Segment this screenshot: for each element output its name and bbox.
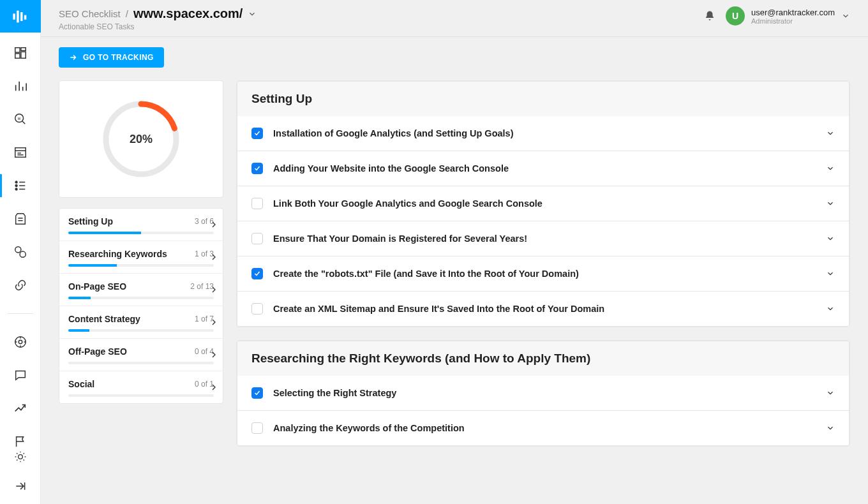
- svg-text:w: w: [17, 116, 20, 121]
- flag-icon[interactable]: [13, 434, 28, 449]
- task-title: Ensure That Your Domain is Registered fo…: [273, 233, 816, 244]
- task-row[interactable]: Selecting the Right Strategy: [237, 376, 849, 411]
- category-item[interactable]: On-Page SEO2 of 13: [59, 273, 223, 306]
- svg-rect-3: [24, 15, 26, 19]
- task-row[interactable]: Analyzing the Keywords of the Competitio…: [237, 411, 849, 446]
- rail-separator: [8, 313, 33, 314]
- dashboard-icon[interactable]: [13, 45, 28, 61]
- app-logo[interactable]: [0, 0, 41, 33]
- svg-point-17: [19, 340, 22, 344]
- category-item[interactable]: Off-Page SEO0 of 4: [59, 338, 223, 371]
- category-item[interactable]: Setting Up3 of 6: [59, 209, 223, 241]
- task-title: Installation of Google Analytics (and Se…: [273, 128, 816, 138]
- chevron-right-icon: [209, 350, 219, 360]
- chevron-down-icon: [826, 129, 835, 138]
- category-progress-bar: [68, 297, 214, 299]
- svg-rect-2: [20, 12, 23, 21]
- page-subtitle: Actionable SEO Tasks: [59, 22, 257, 31]
- task-checkbox[interactable]: [251, 128, 263, 139]
- task-title: Adding Your Website into the Google Sear…: [273, 163, 816, 174]
- task-title: Analyzing the Keywords of the Competitio…: [273, 423, 816, 433]
- user-menu[interactable]: U user@ranktracker.com Administrator: [726, 6, 850, 26]
- chevron-down-icon[interactable]: [248, 10, 257, 19]
- trend-icon[interactable]: [13, 401, 28, 416]
- task-checkbox[interactable]: [251, 303, 263, 315]
- task-section: Setting UpInstallation of Google Analyti…: [236, 80, 850, 327]
- category-progress-bar: [68, 329, 214, 332]
- seo-checklist-icon[interactable]: [13, 178, 28, 193]
- svg-rect-7: [15, 54, 19, 58]
- category-name: On-Page SEO: [68, 281, 126, 292]
- category-item[interactable]: Researching Keywords1 of 3: [59, 241, 223, 273]
- section-title: Researching the Right Keywords (and How …: [237, 341, 849, 376]
- category-item[interactable]: Content Strategy1 of 7: [59, 306, 223, 338]
- help-icon[interactable]: [13, 334, 28, 350]
- web-audit-icon[interactable]: [13, 211, 28, 226]
- task-row[interactable]: Installation of Google Analytics (and Se…: [237, 116, 849, 151]
- chevron-right-icon: [209, 317, 219, 327]
- chevron-down-icon: [826, 304, 835, 313]
- breadcrumb: SEO Checklist / www.spacex.com/: [59, 6, 257, 21]
- cta-label: GO TO TRACKING: [83, 53, 154, 62]
- chevron-down-icon: [826, 199, 835, 208]
- task-checkbox[interactable]: [251, 198, 263, 209]
- chevron-down-icon: [826, 269, 835, 278]
- progress-card: 20%: [59, 80, 223, 198]
- backlink-checker-icon[interactable]: [13, 244, 28, 260]
- breadcrumb-section: SEO Checklist: [59, 8, 121, 19]
- theme-icon[interactable]: [13, 449, 28, 464]
- breadcrumb-sep: /: [126, 8, 128, 19]
- svg-rect-10: [15, 148, 26, 158]
- category-progress-bar: [68, 362, 214, 364]
- bell-icon[interactable]: [704, 10, 715, 22]
- chevron-down-icon: [826, 389, 835, 397]
- category-name: Setting Up: [68, 216, 113, 226]
- task-row[interactable]: Create the "robots.txt" File (and Save i…: [237, 256, 849, 292]
- task-checkbox[interactable]: [251, 163, 263, 174]
- go-to-tracking-button[interactable]: GO TO TRACKING: [59, 47, 164, 68]
- svg-point-14: [15, 247, 20, 253]
- category-name: Social: [68, 379, 94, 389]
- svg-point-11: [15, 181, 17, 183]
- chevron-down-icon: [841, 11, 850, 20]
- backlink-monitor-icon[interactable]: [13, 278, 28, 293]
- task-checkbox[interactable]: [251, 387, 263, 399]
- chevron-right-icon: [209, 285, 219, 295]
- chat-icon[interactable]: [13, 367, 28, 383]
- collapse-icon[interactable]: [13, 478, 28, 494]
- chevron-right-icon: [209, 382, 219, 392]
- chevron-right-icon: [209, 252, 219, 262]
- user-role: Administrator: [751, 17, 835, 25]
- category-name: Content Strategy: [68, 314, 140, 324]
- serp-checker-icon[interactable]: [13, 145, 28, 160]
- section-title: Setting Up: [237, 81, 849, 116]
- task-checkbox[interactable]: [251, 233, 263, 244]
- category-progress-bar: [68, 394, 214, 397]
- category-name: Researching Keywords: [68, 249, 167, 259]
- keyword-finder-icon[interactable]: w: [13, 112, 28, 127]
- task-row[interactable]: Link Both Your Google Analytics and Goog…: [237, 186, 849, 221]
- category-list: Setting Up3 of 6Researching Keywords1 of…: [59, 208, 223, 404]
- task-title: Create an XML Sitemap and Ensure It's Sa…: [273, 304, 816, 314]
- task-checkbox[interactable]: [251, 268, 263, 279]
- task-row[interactable]: Ensure That Your Domain is Registered fo…: [237, 221, 849, 256]
- category-item[interactable]: Social0 of 1: [59, 371, 223, 403]
- svg-point-18: [18, 455, 22, 459]
- task-title: Selecting the Right Strategy: [273, 388, 816, 398]
- category-progress-bar: [68, 264, 214, 267]
- breadcrumb-site[interactable]: www.spacex.com/: [133, 6, 243, 21]
- svg-rect-5: [20, 48, 25, 51]
- user-email: user@ranktracker.com: [751, 8, 835, 17]
- chevron-down-icon: [826, 234, 835, 243]
- task-checkbox[interactable]: [251, 422, 263, 434]
- svg-rect-4: [15, 48, 19, 52]
- task-title: Link Both Your Google Analytics and Goog…: [273, 198, 816, 209]
- svg-point-13: [15, 188, 17, 190]
- task-section: Researching the Right Keywords (and How …: [236, 340, 850, 447]
- task-row[interactable]: Create an XML Sitemap and Ensure It's Sa…: [237, 292, 849, 327]
- rank-tracker-icon[interactable]: [13, 78, 28, 94]
- svg-point-12: [15, 185, 17, 187]
- progress-percent: 20%: [100, 98, 183, 181]
- category-name: Off-Page SEO: [68, 346, 127, 357]
- task-row[interactable]: Adding Your Website into the Google Sear…: [237, 151, 849, 186]
